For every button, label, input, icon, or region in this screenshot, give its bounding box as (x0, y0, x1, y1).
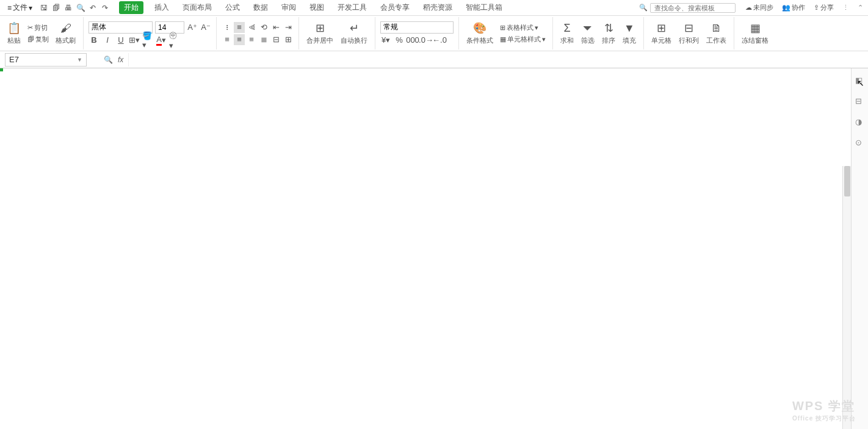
tab-smart[interactable]: 智能工具箱 (463, 1, 505, 14)
rowcol-label: 行和列 (679, 36, 699, 45)
justify-icon[interactable]: ≣ (258, 34, 269, 45)
dec-inc-icon[interactable]: .0→ (421, 35, 432, 46)
sort-label: 排序 (602, 36, 615, 45)
increase-font-icon[interactable]: A⁺ (187, 22, 198, 33)
sort-button[interactable]: ⇅排序 (599, 20, 618, 46)
name-box[interactable]: E7 ▼ (5, 53, 87, 67)
align-left-icon[interactable]: ≡ (222, 34, 233, 45)
unsync-button[interactable]: ☁ 未同步 (745, 3, 773, 12)
side-tool-icon-3[interactable]: ◑ (855, 117, 865, 127)
paste-button[interactable]: 📋粘贴 (5, 20, 23, 46)
scrollbar-thumb[interactable] (844, 166, 850, 196)
tab-resource[interactable]: 稻壳资源 (421, 1, 455, 14)
distribute-icon[interactable]: ⊟ (270, 34, 281, 45)
file-menu[interactable]: ≡ 文件 ▾ (5, 1, 35, 14)
fill-handle[interactable] (0, 68, 3, 71)
bold-icon[interactable]: B (89, 35, 99, 46)
styles-group: 🎨条件格式 ⊞ 表格样式▾ ▦ 单元格样式▾ (459, 17, 553, 49)
font-color-icon[interactable]: A▾ (156, 35, 167, 46)
border-icon[interactable]: ⊞▾ (129, 35, 140, 46)
freeze-label: 冻结窗格 (742, 36, 769, 45)
tab-data[interactable]: 数据 (251, 1, 270, 14)
cells-button[interactable]: ⊞单元格 (649, 20, 674, 46)
align-middle-icon[interactable]: ≡ (234, 22, 245, 33)
comma-icon[interactable]: 000 (407, 35, 418, 46)
cut-button[interactable]: ✂ 剪切 (26, 23, 51, 33)
sum-label: 求和 (560, 36, 574, 45)
fmtpaint-label: 格式刷 (56, 36, 76, 45)
indent-dec-icon[interactable]: ⇤ (270, 22, 281, 33)
tab-layout[interactable]: 页面布局 (180, 1, 214, 14)
tab-member[interactable]: 会员专享 (378, 1, 412, 14)
table-style-button[interactable]: ⊞ 表格样式▾ (498, 23, 548, 33)
search-icon: 🔍 (639, 4, 648, 12)
tab-insert[interactable]: 插入 (152, 1, 172, 14)
merge-center-button[interactable]: ⊞合并居中 (304, 20, 336, 46)
coop-button[interactable]: 👥 协作 (782, 3, 805, 12)
save-icon[interactable]: 🖫 (40, 4, 48, 12)
wrap-text-button[interactable]: ↵自动换行 (338, 20, 370, 46)
right-tools: ☁ 未同步 👥 协作 ⇪ 分享 ⋮ ⌃ (745, 3, 863, 12)
ribbon: 📋粘贴 ✂ 剪切 🗐 复制 🖌格式刷 A⁺ A⁻ B I U ⊞▾ 🪣▾ A▾ … (0, 16, 868, 51)
align-right-icon[interactable]: ≡ (246, 34, 257, 45)
phonetic-icon[interactable]: ㊥▾ (169, 35, 180, 46)
table-style-label: 表格样式 (507, 23, 533, 32)
fx-icon[interactable]: fx (118, 56, 123, 64)
merge-icon[interactable]: ⊞ (283, 34, 294, 45)
copy-label: 复制 (35, 35, 49, 44)
wsheet-label: 工作表 (706, 36, 726, 45)
redo-icon[interactable]: ↷ (101, 4, 109, 12)
command-search-input[interactable] (650, 3, 736, 13)
watermark-sub: Office 技巧学习平台 (792, 414, 856, 423)
filter-button[interactable]: ⏷筛选 (579, 21, 597, 46)
print-preview-icon[interactable]: 🔍 (76, 4, 85, 12)
alignment-group: ⫶ ≡ ⫷ ⟲ ⇤ ⇥ ≡ ≡ ≡ ≣ ⊟ ⊞ (217, 17, 299, 49)
percent-icon[interactable]: % (394, 35, 405, 46)
formula-input[interactable] (128, 53, 850, 67)
underline-icon[interactable]: U (115, 35, 126, 46)
tab-dev[interactable]: 开发工具 (335, 1, 369, 14)
tab-home[interactable]: 开始 (119, 1, 143, 14)
worksheet-button[interactable]: 🗎工作表 (704, 21, 729, 46)
sum-button[interactable]: Σ求和 (558, 21, 576, 46)
align-top-icon[interactable]: ⫶ (222, 22, 233, 33)
tab-view[interactable]: 视图 (307, 1, 327, 14)
align-bottom-icon[interactable]: ⫷ (246, 22, 257, 33)
number-format-select[interactable] (380, 21, 454, 34)
italic-icon[interactable]: I (102, 35, 113, 46)
currency-icon[interactable]: ¥▾ (380, 35, 391, 46)
dec-dec-icon[interactable]: ←.0 (434, 35, 445, 46)
undo-icon[interactable]: ↶ (89, 4, 97, 12)
cell-style-label: 单元格样式 (507, 35, 541, 44)
cell-style-button[interactable]: ▦ 单元格样式▾ (498, 34, 548, 45)
tab-review[interactable]: 审阅 (279, 1, 298, 14)
side-tool-icon-2[interactable]: ⊟ (855, 96, 865, 106)
copy-button[interactable]: 🗐 复制 (26, 34, 51, 45)
rowcol-button[interactable]: ⊟行和列 (676, 20, 701, 46)
cond-format-button[interactable]: 🎨条件格式 (464, 20, 496, 46)
indent-inc-icon[interactable]: ⇥ (283, 22, 294, 33)
share-label: 分享 (820, 3, 834, 12)
fill-button[interactable]: ▼填充 (620, 21, 638, 46)
tab-formula[interactable]: 公式 (223, 1, 242, 14)
share-button[interactable]: ⇪ 分享 (814, 3, 834, 12)
collapse-ribbon-icon[interactable]: ⌃ (858, 3, 863, 12)
clipboard-group: 📋粘贴 ✂ 剪切 🗐 复制 🖌格式刷 (0, 17, 84, 49)
format-painter-button[interactable]: 🖌格式刷 (53, 21, 78, 46)
vertical-scrollbar[interactable] (842, 166, 851, 429)
orientation-icon[interactable]: ⟲ (258, 22, 269, 33)
fill-color-icon[interactable]: 🪣▾ (142, 35, 153, 46)
more-icon[interactable]: ⋮ (842, 3, 849, 12)
side-panel: ◧ ⊟ ◑ ⊙ (851, 68, 868, 429)
freeze-button[interactable]: ▦冻结窗格 (739, 20, 771, 46)
save-as-icon[interactable]: 🗐 (52, 4, 60, 12)
chevron-down-icon[interactable]: ▼ (77, 57, 82, 63)
unsync-label: 未同步 (753, 3, 773, 12)
filter-label: 筛选 (581, 36, 595, 45)
print-icon[interactable]: 🖶 (64, 4, 73, 12)
align-center-icon[interactable]: ≡ (234, 34, 245, 45)
side-tool-icon-4[interactable]: ⊙ (855, 138, 865, 148)
cond-fmt-label: 条件格式 (466, 36, 493, 45)
zoom-icon[interactable]: 🔍 (104, 56, 113, 64)
decrease-font-icon[interactable]: A⁻ (200, 22, 211, 33)
